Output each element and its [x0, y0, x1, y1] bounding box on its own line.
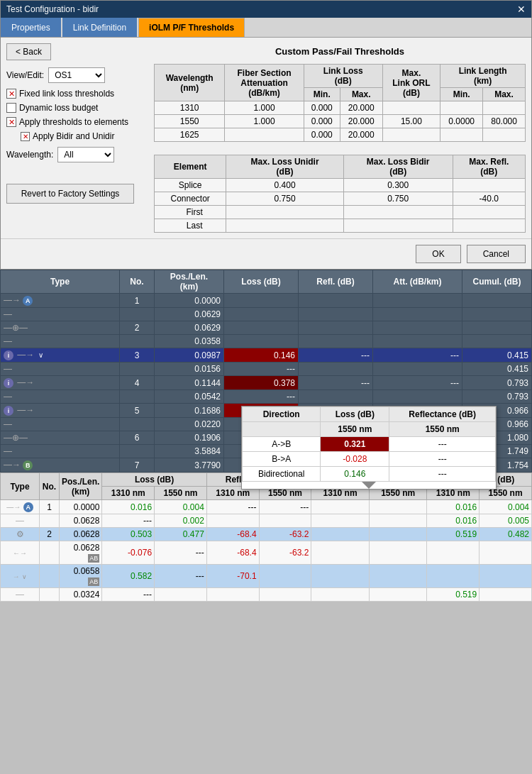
pos-cell: 0.0628 AB [60, 541, 102, 565]
table-row[interactable]: i —→ ∨ 3 0.0987 0.146 --- --- 0.415 [1, 348, 532, 363]
loss-cell [224, 308, 299, 321]
wavelength-label: Wavelength: [6, 150, 53, 160]
refl-cell [299, 308, 373, 321]
loss-cell [224, 335, 299, 348]
view-edit-dropdown[interactable]: OS1 [48, 67, 105, 83]
loss-1310-cell: 0.503 [102, 528, 155, 541]
max-1550: 20.000 [340, 115, 382, 128]
left-panel: < Back View/Edit: OS1 ✕ Fixed link loss … [6, 43, 148, 233]
col-link-len-min: Min. [440, 88, 483, 101]
table-row[interactable]: — 0.0324 --- 0.519 [1, 588, 532, 602]
type-cell: i —→ [1, 376, 120, 390]
table-row[interactable]: ⚙ 2 0.0628 0.503 0.477 -68.4 -63.2 0.519… [1, 528, 532, 541]
connector-refl: -40.0 [453, 192, 525, 206]
col-link-len: Link Length(km) [440, 65, 526, 88]
fixed-link-loss-checkbox[interactable]: ✕ [6, 89, 16, 99]
tooltip-row-ba: B->A -0.028 --- [243, 452, 496, 467]
min-1625: 0.000 [304, 128, 340, 142]
type-cell: — [1, 335, 120, 348]
wavelength-dropdown[interactable]: All [57, 147, 114, 162]
col-link-loss-min: Min. [304, 88, 340, 101]
pos-cell: 0.0000 [155, 294, 224, 308]
loss-1310-cell: 0.016 [102, 500, 155, 514]
refl-1310-cell: -68.4 [206, 528, 259, 541]
pos-cell: 3.5884 [155, 445, 224, 458]
type-cell: ←→ [1, 541, 40, 565]
lmax-1310 [483, 101, 526, 115]
tab-bar: Properties Link Definition iOLM P/F Thre… [1, 18, 531, 38]
no-cell: 2 [40, 528, 60, 541]
pos-cell: 0.0156 [155, 363, 224, 376]
table-row: First [155, 206, 526, 219]
refl-cell [299, 363, 373, 376]
view-edit-label: View/Edit: [6, 70, 44, 80]
type-cell: i —→ ∨ [1, 348, 120, 363]
lmin-1550: 0.0000 [440, 115, 483, 128]
table-row[interactable]: — 0.0156 --- 0.415 [1, 363, 532, 376]
tab-link-definition[interactable]: Link Definition [62, 18, 137, 37]
back-button[interactable]: < Back [6, 43, 51, 60]
att-1310: 1.000 [225, 101, 304, 115]
refl-cell [299, 390, 373, 404]
lt-col-type: Type [1, 270, 120, 294]
ok-button[interactable]: OK [416, 245, 460, 263]
type-cell: — [1, 308, 120, 321]
apply-thresholds-checkbox[interactable]: ✕ [6, 117, 16, 127]
refl-1310-cell: -70.1 [206, 565, 259, 588]
tooltip-loss-bidir: 0.146 [321, 467, 389, 482]
col-max-orl: Max.Link ORL(dB) [382, 65, 440, 101]
table-row[interactable]: ←→ 0.0628 AB -0.076 --- -68.4 -63.2 [1, 541, 532, 565]
tab-properties[interactable]: Properties [1, 18, 61, 37]
type-cell: —→ B [1, 458, 120, 472]
table-row[interactable]: —⊕— 2 0.0629 [1, 321, 532, 335]
tooltip-subheader-1550-loss: 1550 nm [321, 422, 389, 437]
table-row[interactable]: — 0.0628 --- 0.002 0.016 0.005 [1, 514, 532, 528]
dynamic-loss-checkbox[interactable] [6, 103, 16, 113]
loss-1310-cell: 0.582 [102, 565, 155, 588]
table-row[interactable]: — 0.0629 [1, 308, 532, 321]
tab-iolm[interactable]: iOLM P/F Thresholds [138, 18, 245, 37]
icon-a: A [23, 296, 33, 306]
apply-bidir-checkbox[interactable]: ✕ [21, 132, 30, 141]
bt-loss-1550: 1550 nm [155, 487, 207, 500]
lmin-1310 [440, 101, 483, 115]
table-row[interactable]: — 0.0542 --- 0.793 [1, 390, 532, 404]
refl-cell: --- [299, 376, 373, 390]
table-row[interactable]: i —→ 4 0.1144 0.378 --- --- 0.793 [1, 376, 532, 390]
wl-1550: 1550 [155, 115, 225, 128]
apply-bidir-row: ✕ Apply Bidir and Unidir [21, 131, 148, 141]
orl-1625 [382, 128, 440, 142]
refl-1310-cell: --- [206, 500, 259, 514]
table-row[interactable]: → ∨ 0.0658 AB 0.582 --- -70.1 [1, 565, 532, 588]
type-cell: —⊕— [1, 321, 120, 335]
table-row[interactable]: —→ A 1 0.0000 0.016 0.004 --- --- 0.016 … [1, 500, 532, 514]
tooltip-tail [362, 482, 376, 489]
icon-a: A [23, 502, 33, 512]
bt-col-pos: Pos./Len.(km) [60, 473, 102, 500]
cancel-button[interactable]: Cancel [467, 245, 526, 263]
cumul-cell: 0.793 [462, 376, 532, 390]
info-icon: i [4, 350, 13, 360]
tooltip-col-loss: Loss (dB) [321, 407, 389, 422]
refl-1550-cell [259, 588, 311, 602]
table-row: 1310 1.000 0.000 20.000 [155, 101, 526, 115]
refl-1310-cell [206, 588, 259, 602]
pos-cell: 0.0000 [60, 500, 102, 514]
refl-1550-cell [259, 514, 311, 528]
table-row: 1625 0.000 20.000 [155, 128, 526, 142]
panel-title: Custom Pass/Fail Thresholds [154, 43, 526, 60]
loss-1550-cell: --- [155, 541, 207, 565]
cumul-1310-cell: 0.016 [427, 500, 480, 514]
tooltip-dir-ba: B->A [243, 452, 321, 467]
table-row[interactable]: —→ A 1 0.0000 [1, 294, 532, 308]
close-button[interactable]: ✕ [517, 4, 526, 15]
att-1550-cell [369, 500, 427, 514]
table-row[interactable]: — 0.0358 [1, 335, 532, 348]
no-cell [120, 308, 155, 321]
last-unidir [226, 219, 343, 233]
att-1550-cell [369, 588, 427, 602]
revert-button[interactable]: Revert to Factory Settings [6, 184, 134, 204]
dialog-title: Test Configuration - bidir [6, 4, 99, 14]
pos-cell: 0.1686 [155, 404, 224, 418]
bt-col-no: No. [40, 473, 60, 500]
